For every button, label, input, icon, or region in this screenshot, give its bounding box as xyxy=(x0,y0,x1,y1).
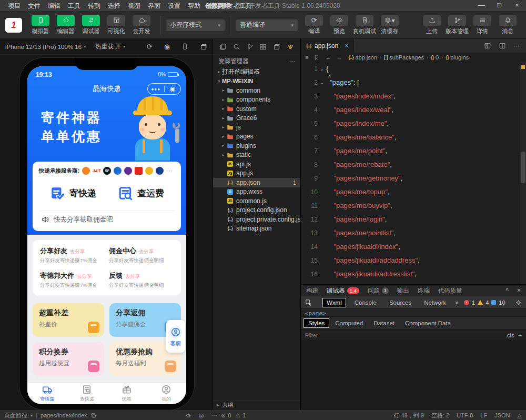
fold-chevron-icon[interactable]: ⌄ xyxy=(318,62,326,76)
panel-tab-问题[interactable]: 问题1 xyxy=(368,287,389,295)
more-tabs-icon[interactable]: » xyxy=(455,299,459,306)
back-icon[interactable]: ← xyxy=(325,54,331,61)
close-button[interactable]: × xyxy=(508,0,526,12)
panel-tab-代码质量[interactable]: 代码质量 xyxy=(438,287,462,295)
toolbar-button-清缓存[interactable]: ▾清缓存 xyxy=(378,15,402,35)
toolbar-button-真机调试[interactable]: 真机调试 xyxy=(352,15,377,35)
tree-item-components[interactable]: ▸components xyxy=(213,95,300,105)
devtools-tab-Wxml[interactable]: Wxml xyxy=(323,298,346,307)
tree-opened-editors[interactable]: ▸打开的编辑器 xyxy=(213,67,300,77)
inspect-element-icon[interactable] xyxy=(305,299,312,306)
share-grid-item[interactable]: 分享好友去分享分享好友寄快递赚7%佣金 xyxy=(40,246,105,264)
devtools-tab-Console[interactable]: Console xyxy=(351,298,380,307)
vconsole-bug-icon[interactable] xyxy=(185,412,191,418)
panel-tab-输出[interactable]: 输出 xyxy=(397,287,409,295)
device-select[interactable]: iPhone 12/13 (Pro) 100% 16 xyxy=(5,44,82,50)
fold-chevron-icon[interactable]: ⌄ xyxy=(318,76,326,89)
toolbar-button-详情[interactable]: 详情 xyxy=(470,15,494,35)
panel-tab-调试器[interactable]: 调试器1,4 xyxy=(327,287,359,295)
menu-item-编辑[interactable]: 编辑 xyxy=(44,0,64,12)
menu-item-工具[interactable]: 工具 xyxy=(64,0,84,12)
menu-item-界面[interactable]: 界面 xyxy=(144,0,164,12)
share-grid-item[interactable]: 寄德邦大件去分享分享好友寄快递赚7%佣金 xyxy=(40,271,105,289)
breadcrumb-segment-plugins[interactable]: {}plugins xyxy=(446,54,469,61)
close-panel-icon[interactable]: × xyxy=(517,287,521,294)
tree-item-common.js[interactable]: JScommon.js xyxy=(213,196,300,206)
toolbar-button-上传[interactable]: 上传 xyxy=(420,15,444,35)
styles-tab-styles[interactable]: Styles xyxy=(304,319,329,327)
maximize-button[interactable]: □ xyxy=(490,0,508,12)
breadcrumb-segment-app.json[interactable]: {..}app.json xyxy=(348,54,377,61)
add-style-icon[interactable]: + xyxy=(519,332,522,338)
forward-icon[interactable]: → xyxy=(336,54,342,61)
tabbar-item-查快递[interactable]: 查快递 xyxy=(67,383,107,404)
providers-more[interactable]: ··· xyxy=(166,168,173,174)
record-icon[interactable]: ◉ xyxy=(164,43,170,50)
page-path-label[interactable]: 页面路径 xyxy=(4,412,27,419)
promo-card[interactable]: 超重补差补差价 xyxy=(33,303,104,337)
compile-mode-select[interactable]: 普通编译▾ xyxy=(236,19,298,31)
styles-tab-component-data[interactable]: Component Data xyxy=(401,319,455,327)
share-grid-item[interactable]: 反馈去分享分享好友寄快递佣金明细 xyxy=(109,271,174,289)
send-express-button[interactable]: 寄快递 xyxy=(49,185,96,201)
more-actions-icon[interactable]: ··· xyxy=(513,42,520,49)
user-avatar[interactable]: 1 xyxy=(5,18,22,33)
tree-item-api.js[interactable]: JSapi.js xyxy=(213,159,300,169)
breadcrumb-segment-subPackages[interactable]: [ ]subPackages xyxy=(384,54,424,61)
tree-item-app.js[interactable]: JSapp.js xyxy=(213,169,300,178)
minimize-button[interactable]: — xyxy=(472,0,490,12)
devtools-tab-Sources[interactable]: Sources xyxy=(386,298,415,307)
devtools-tab-Network[interactable]: Network xyxy=(420,298,450,307)
source-control-icon[interactable] xyxy=(247,43,254,50)
open-preview-icon[interactable] xyxy=(484,42,491,49)
status-item[interactable]: 空格: 2 xyxy=(431,412,449,419)
tree-item-app.json[interactable]: {..}app.json1 xyxy=(213,178,300,187)
share-grid-item[interactable]: 佣金中心去分享分享好友寄快递佣金明细 xyxy=(109,246,174,264)
plugin-icon[interactable] xyxy=(287,43,294,51)
cls-toggle[interactable]: .cls xyxy=(505,332,514,338)
check-freight-button[interactable]: 查运费 xyxy=(117,185,164,201)
outline-section[interactable]: ▸大纲 xyxy=(213,400,300,409)
status-item[interactable]: UTF-8 xyxy=(457,412,473,418)
toolbar-button-云开发[interactable]: 云开发 xyxy=(129,15,154,35)
tree-item-static[interactable]: ▸static xyxy=(213,151,300,160)
tree-item-project.private.config.js…[interactable]: {..}project.private.config.js… xyxy=(213,215,300,224)
tree-root-mp-weixin[interactable]: ▾MP-WEIXIN xyxy=(213,77,300,86)
commission-notice[interactable]: 快去分享获取佣金吧 xyxy=(39,211,175,228)
tree-item-Grace6[interactable]: ▸Grace6 xyxy=(213,114,300,123)
toolbar-button-编译[interactable]: ⟳编译 xyxy=(302,15,326,35)
tree-item-common[interactable]: ▸common xyxy=(213,86,300,95)
menu-item-帮助[interactable]: 帮助 xyxy=(184,0,204,12)
multi-window-icon[interactable] xyxy=(200,43,207,51)
menu-item-转到[interactable]: 转到 xyxy=(84,0,104,12)
customer-service-float[interactable]: 客服 xyxy=(166,320,185,353)
console-counters[interactable]: × 1 4 10 xyxy=(464,299,505,306)
split-editor-icon[interactable] xyxy=(499,42,506,49)
bookmark-icon[interactable] xyxy=(313,54,320,61)
tree-item-custom[interactable]: ▸custom xyxy=(213,104,300,114)
styles-tab-computed[interactable]: Computed xyxy=(331,319,367,327)
tabbar-item-我的[interactable]: 我的 xyxy=(147,383,187,404)
eye-icon[interactable]: ◎ xyxy=(199,413,204,418)
tree-item-pages[interactable]: ▸pages xyxy=(213,132,300,142)
restart-icon[interactable]: ⟳ xyxy=(147,43,153,50)
toolbar-button-消息[interactable]: 消息 xyxy=(495,15,520,35)
menu-item-选择[interactable]: 选择 xyxy=(104,0,124,12)
toolbar-button-可视化[interactable]: 可视化 xyxy=(104,15,128,35)
filter-input[interactable]: Filter xyxy=(305,332,318,338)
tree-item-app.wxss[interactable]: 3app.wxss xyxy=(213,187,300,197)
mode-select[interactable]: 小程序模式▾ xyxy=(166,19,225,31)
toolbar-button-版本管理[interactable]: 版本管理 xyxy=(445,15,469,35)
wxml-tree-partial[interactable]: <page> xyxy=(301,309,526,317)
close-tab-icon[interactable]: × xyxy=(345,42,348,49)
status-item[interactable]: LF xyxy=(480,412,487,418)
collapse-panel-icon[interactable]: ^ xyxy=(505,287,509,294)
tree-item-project.config.json[interactable]: {..}project.config.json xyxy=(213,206,300,215)
code-editor[interactable]: 1⌄{2⌄ "pages": [3 "pages/index/index",4 … xyxy=(301,62,526,284)
tree-item-js[interactable]: ▸js xyxy=(213,123,300,132)
more-actions-icon[interactable]: ··· xyxy=(289,58,296,64)
tree-item-plugins[interactable]: ▸plugins xyxy=(213,141,300,151)
tab-app-json[interactable]: {..} app.json × xyxy=(301,39,354,53)
settings-gear-icon[interactable] xyxy=(515,299,522,306)
panel-tab-终端[interactable]: 终端 xyxy=(418,287,430,295)
